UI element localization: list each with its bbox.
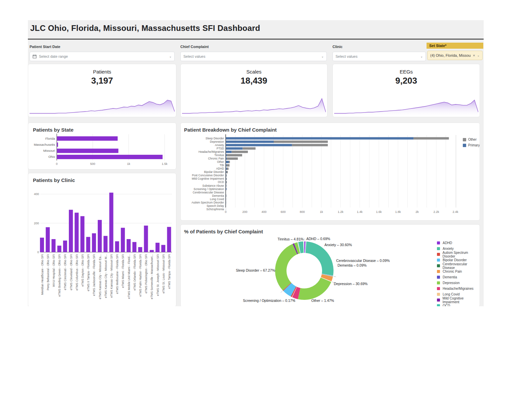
breakdown-bar-other[interactable] xyxy=(226,171,228,173)
clinic-bar[interactable] xyxy=(98,220,102,252)
svg-text:Substance Abuse: Substance Abuse xyxy=(202,184,224,187)
clinic-bar[interactable] xyxy=(115,241,119,252)
breakdown-bar-primary[interactable] xyxy=(226,181,226,183)
svg-text:Cerebrovascular Disease: Cerebrovascular Disease xyxy=(193,191,224,194)
breakdown-bar-other[interactable] xyxy=(232,151,248,153)
clinic-bar[interactable] xyxy=(46,227,50,252)
chevron-down-icon[interactable]: ⌄ xyxy=(321,55,324,58)
legend-item[interactable]: ADHD xyxy=(437,240,480,246)
breakdown-bar-other[interactable] xyxy=(229,161,230,163)
scales-sparkline xyxy=(182,84,326,116)
breakdown-bar-other[interactable] xyxy=(226,181,227,183)
breakdown-legend: Other Primary xyxy=(463,137,480,148)
legend-item[interactable]: Chronic Pain xyxy=(437,269,480,274)
breakdown-bar-other[interactable] xyxy=(242,147,255,150)
breakdown-bar-primary[interactable] xyxy=(226,184,226,187)
clinic-bar[interactable] xyxy=(92,233,96,252)
clinic-bar[interactable] xyxy=(63,240,67,252)
clinic-bar[interactable] xyxy=(138,247,142,252)
breakdown-bar-primary[interactable] xyxy=(226,194,226,197)
state-bar-ohio[interactable] xyxy=(57,155,163,159)
clinic-bar[interactable] xyxy=(86,237,90,252)
clinic-bar[interactable] xyxy=(57,246,61,252)
breakdown-bar-primary[interactable] xyxy=(226,141,274,143)
clinic-bar[interactable] xyxy=(127,239,131,252)
set-state-select[interactable]: (4) Ohio, Florida, Missouri... × ⌄ xyxy=(427,51,483,60)
legend-item[interactable]: Mild Cognitive Impairment xyxy=(437,297,480,303)
breakdown-bar-primary[interactable] xyxy=(226,137,414,140)
breakdown-bar-other[interactable] xyxy=(413,137,449,140)
legend-label: Cerebrovascular Disease xyxy=(443,262,480,270)
clinic-bar[interactable] xyxy=(150,250,154,252)
breakdown-bar-primary[interactable] xyxy=(226,171,226,173)
clinic-bar[interactable] xyxy=(132,242,136,252)
legend-item[interactable]: Depression xyxy=(437,280,480,286)
legend-item[interactable]: Autism Spectrum Disorder xyxy=(437,252,480,257)
breakdown-bar-other[interactable] xyxy=(227,164,230,167)
clinic-bar[interactable] xyxy=(161,245,165,252)
svg-text:eTMS St. Joseph - Missouri SFI: eTMS St. Joseph - Missouri SFI xyxy=(156,254,160,296)
clinic-bar[interactable] xyxy=(80,216,84,252)
breakdown-bar-primary[interactable] xyxy=(226,174,226,177)
breakdown-bar-other[interactable] xyxy=(226,184,227,187)
chief-complaint-select[interactable]: Select values ⌄ xyxy=(180,52,327,61)
breakdown-bar-other[interactable] xyxy=(292,144,328,146)
breakdown-bar-other[interactable] xyxy=(227,157,238,160)
legend-item[interactable]: Headache/Migraines xyxy=(437,286,480,291)
breakdown-bar-primary[interactable] xyxy=(226,198,226,200)
breakdown-bar-primary[interactable] xyxy=(226,164,227,167)
clinic-bar[interactable] xyxy=(40,238,44,252)
breakdown-bar-primary[interactable] xyxy=(226,147,243,150)
legend-item-other[interactable]: Other xyxy=(463,137,480,142)
donut-slice-sleep-disorder[interactable] xyxy=(275,244,297,290)
clinic-bar[interactable] xyxy=(144,226,148,252)
legend-label: ADHD xyxy=(443,241,452,245)
svg-text:Headache/Migraines: Headache/Migraines xyxy=(198,150,224,153)
legend-label: Dementia xyxy=(443,275,457,279)
legend-item-primary[interactable]: Primary xyxy=(463,142,480,148)
breakdown-bar-primary[interactable] xyxy=(226,157,227,160)
clinic-select[interactable]: Select values ⌄ xyxy=(332,52,426,61)
breakdown-bar-other[interactable] xyxy=(227,168,228,170)
legend-label: Headache/Migraines xyxy=(443,287,474,290)
clinic-placeholder: Select values xyxy=(336,54,418,58)
clinic-bar[interactable] xyxy=(156,243,160,252)
state-bar-missouri[interactable] xyxy=(57,149,119,153)
donut-callout: Screening / Optimization – 0.17% xyxy=(243,299,295,303)
legend-item[interactable]: Cerebrovascular Disease xyxy=(437,263,480,269)
breakdown-bar-primary[interactable] xyxy=(226,168,227,170)
chevron-down-icon[interactable]: ⌄ xyxy=(477,54,480,57)
clinic-bar[interactable] xyxy=(51,239,55,252)
breakdown-bar-other[interactable] xyxy=(274,141,328,143)
breakdown-bar-primary[interactable] xyxy=(226,161,229,163)
patients-by-clinic-card: Patients by Clinic 0200400Meridian Healt… xyxy=(28,173,176,306)
state-bar-florida[interactable] xyxy=(57,136,118,141)
breakdown-bar-primary[interactable] xyxy=(226,154,227,156)
chevron-down-icon[interactable]: ⌄ xyxy=(169,55,172,58)
clinic-bar[interactable] xyxy=(75,213,79,252)
breakdown-bar-primary[interactable] xyxy=(226,178,226,180)
breakdown-bar-primary[interactable] xyxy=(226,201,226,203)
donut-slice-depression[interactable] xyxy=(298,277,331,300)
state-bar-massachusetts[interactable] xyxy=(57,142,58,147)
svg-text:2.2k: 2.2k xyxy=(433,210,439,214)
breakdown-bar-primary[interactable] xyxy=(226,188,227,190)
breakdown-bar-primary[interactable] xyxy=(226,151,232,153)
clinic-bar[interactable] xyxy=(121,228,125,252)
legend-item[interactable]: Dementia xyxy=(437,274,480,280)
svg-text:Depression: Depression xyxy=(210,140,224,143)
svg-text:eTMS Bowling Green - Ohio SFI: eTMS Bowling Green - Ohio SFI xyxy=(58,254,61,296)
breakdown-bar-other[interactable] xyxy=(226,174,227,177)
chevron-down-icon[interactable]: ⌄ xyxy=(420,55,423,58)
breakdown-bar-other[interactable] xyxy=(227,154,242,156)
clinic-bar[interactable] xyxy=(103,236,107,252)
clinic-bar[interactable] xyxy=(167,227,171,252)
date-range-select[interactable]: Select date range ⌄ xyxy=(30,52,175,61)
breakdown-bar-primary[interactable] xyxy=(226,144,292,146)
breakdown-bar-other[interactable] xyxy=(226,178,227,180)
clinic-bar[interactable] xyxy=(109,193,113,252)
breakdown-bar-other[interactable] xyxy=(226,194,226,197)
svg-text:2k: 2k xyxy=(415,210,419,214)
clinic-bar[interactable] xyxy=(69,210,73,252)
clear-icon[interactable]: × xyxy=(473,53,475,57)
